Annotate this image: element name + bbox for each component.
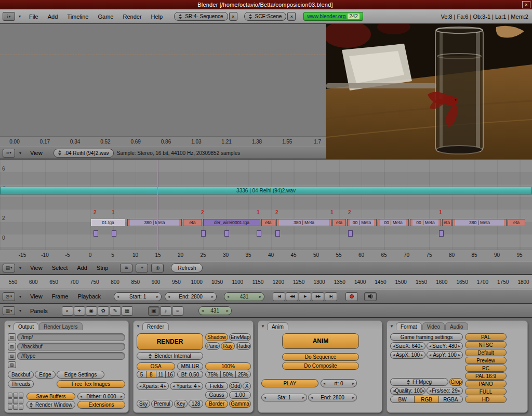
context-shading-icon[interactable]: ◉: [86, 306, 97, 316]
meta-strip-box[interactable]: [348, 230, 353, 237]
increment-icon[interactable]: ▸: [302, 395, 304, 400]
osa-5-button[interactable]: 5: [137, 371, 147, 378]
increment-icon[interactable]: ▸: [421, 344, 423, 348]
sequencer-collapse-icon[interactable]: ▾: [18, 266, 22, 270]
preset-pc-button[interactable]: PC: [465, 365, 507, 372]
refresh-button[interactable]: Refresh: [171, 263, 203, 272]
xparts-stepper[interactable]: ◂ Xparts: 4 ▸: [137, 382, 169, 390]
preset-pal169-button[interactable]: PAL 16:9: [465, 372, 507, 380]
decrement-icon[interactable]: ◂: [202, 308, 204, 313]
preset-full-button[interactable]: FULL: [465, 388, 507, 395]
sequence-strip[interactable]: der_wire/0001.tga: [203, 219, 260, 226]
window-close-button[interactable]: ×: [522, 1, 530, 8]
increment-icon[interactable]: ▸: [458, 388, 460, 393]
osa-8-button[interactable]: 8: [146, 371, 156, 378]
gamma-toggle[interactable]: Gamma: [229, 400, 251, 408]
panel-collapse-icon[interactable]: ▼: [136, 324, 140, 329]
gauss-toggle[interactable]: Gauss: [205, 391, 228, 399]
sequence-strip[interactable]: 380 | Meta: [453, 219, 507, 226]
render-display-cell[interactable]: [13, 405, 18, 410]
edge-toggle[interactable]: Edge: [35, 371, 56, 379]
audio-sequence-strip[interactable]: 3336 | 04 Reihl (94)2.wav: [0, 187, 532, 194]
fields-toggle[interactable]: Fields: [205, 382, 228, 390]
context-editing-icon[interactable]: ✎: [110, 306, 121, 316]
header-collapse-icon[interactable]: ▾: [18, 14, 22, 19]
render-display-cell[interactable]: [19, 398, 23, 404]
sizey-stepper[interactable]: ◂ SizeY: 480 ▸: [427, 342, 463, 350]
menu-render[interactable]: Render: [118, 14, 146, 20]
size-75-button[interactable]: 75%: [205, 371, 221, 378]
context-object-icon[interactable]: ✿: [98, 306, 109, 316]
output-tab-output[interactable]: Output: [14, 322, 38, 330]
sequencer-frame-ruler[interactable]: -15-10-505101520253035404550556065707580…: [0, 250, 532, 261]
mode-rgb-button[interactable]: RGB: [414, 396, 438, 403]
pivot-icon[interactable]: ◎: [151, 264, 164, 272]
panel-collapse-icon[interactable]: ▼: [261, 324, 265, 329]
sequence-strip[interactable]: eta: [442, 219, 451, 226]
meta-strip-box[interactable]: [224, 230, 229, 237]
decrement-icon[interactable]: ◂: [323, 381, 325, 386]
edge-settings-button[interactable]: Edge Settings: [57, 371, 104, 379]
osa-toggle[interactable]: OSA: [137, 362, 175, 370]
blur-factor-field[interactable]: Bf: 0.50: [177, 371, 203, 378]
increment-icon[interactable]: ▸: [458, 344, 460, 348]
decrement-icon[interactable]: ◂: [311, 395, 313, 400]
free-tex-images-toggle[interactable]: Free Tex Images: [57, 380, 125, 388]
pano-toggle[interactable]: Pano: [205, 342, 220, 350]
increment-icon[interactable]: ▸: [211, 294, 214, 299]
gauss-value-slider[interactable]: 1.00: [229, 391, 251, 399]
output-tab-render-layers[interactable]: Render Layers: [39, 322, 83, 330]
timeline-menu-playback[interactable]: Playback: [73, 293, 105, 300]
sequencer-menu-strip[interactable]: Strip: [92, 265, 113, 271]
aspx-stepper[interactable]: ◂ AspX: 100 ▸: [390, 351, 425, 359]
sequencer-menu-add[interactable]: Add: [72, 265, 92, 271]
buttons-frame-field[interactable]: ◂ 431 ▸: [198, 306, 232, 315]
audio-time-ruler[interactable]: 0.000.170.340.520.690.861.031.211.381.55…: [0, 136, 326, 147]
octree-field[interactable]: 128: [189, 400, 203, 408]
sequencer-editor-type-button[interactable]: ▤ ▾: [3, 264, 15, 272]
render-display-dropdown[interactable]: Render Window: [26, 401, 75, 409]
screen-delete-button[interactable]: ×: [229, 12, 237, 21]
preset-hd-button[interactable]: HD: [465, 396, 507, 403]
fields-x-toggle[interactable]: X: [243, 382, 251, 390]
decrement-icon[interactable]: ◂: [429, 344, 431, 348]
radio-toggle[interactable]: Radio: [236, 342, 251, 350]
rt-stepper[interactable]: ◂ rt: 0 ▸: [321, 379, 357, 387]
play-button[interactable]: PLAY: [261, 379, 318, 387]
buttons-editor-type-button[interactable]: ▥ ▾: [3, 306, 15, 315]
context-script-icon[interactable]: ✦: [74, 306, 85, 316]
size-100-button[interactable]: 100%: [205, 362, 251, 370]
playback-play-button[interactable]: ▶: [299, 292, 311, 301]
sound-selector[interactable]: .04 Reihl (94)2.wav: [54, 149, 114, 158]
panel-collapse-icon[interactable]: ▼: [7, 324, 11, 329]
sequence-strip[interactable]: 00 | Meta: [410, 219, 441, 226]
aspy-stepper[interactable]: ◂ AspY: 100 ▸: [427, 351, 463, 359]
format-tab-format[interactable]: Format: [396, 322, 422, 330]
menu-help[interactable]: Help: [147, 14, 168, 20]
do-composite-toggle[interactable]: Do Composite: [282, 362, 359, 370]
ray-toggle[interactable]: Ray: [221, 342, 235, 350]
fps-stepper[interactable]: ◂ Frs/sec: 29 ▸: [427, 387, 463, 395]
border-toggle[interactable]: Border: [205, 400, 228, 408]
ftype-path-field[interactable]: //ftype: [17, 352, 125, 360]
meta-strip-box[interactable]: [275, 230, 280, 237]
playback-jump-start-button[interactable]: |◀: [273, 292, 285, 301]
render-display-cell[interactable]: [8, 393, 12, 398]
shadow-toggle[interactable]: Shadow: [205, 333, 228, 341]
current-frame-field[interactable]: ◂ 431 ▸: [224, 292, 264, 301]
osa-16-button[interactable]: 16: [165, 371, 175, 378]
decrement-icon[interactable]: ◂: [264, 395, 266, 400]
sizex-stepper[interactable]: ◂ SizeX: 640 ▸: [390, 342, 425, 350]
mode-bw-button[interactable]: BW: [390, 396, 415, 403]
preset-pano-button[interactable]: PANO: [465, 380, 507, 387]
playback-prev-key-button[interactable]: ◀◀: [286, 292, 298, 301]
decrement-icon[interactable]: ◂: [393, 353, 395, 357]
sequence-strip[interactable]: eta: [183, 219, 202, 226]
subcontext-sound-icon[interactable]: ≈: [172, 306, 183, 316]
increment-icon[interactable]: ▸: [164, 384, 166, 388]
mblur-toggle[interactable]: MBLUR: [177, 362, 203, 370]
sequence-strip[interactable]: 380 | Meta: [276, 219, 331, 226]
decrement-icon[interactable]: ◂: [80, 394, 82, 399]
sequencer-menu-view[interactable]: View: [25, 265, 47, 271]
blender-org-link[interactable]: www.blender.org: [307, 14, 345, 19]
